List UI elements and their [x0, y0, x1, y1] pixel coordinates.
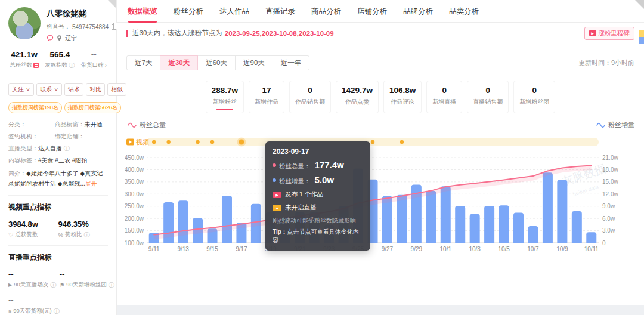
- metric-new-works[interactable]: 17新增作品: [249, 81, 284, 113]
- sidebar-collapse-icon[interactable]: [108, 0, 116, 8]
- fans-trend-chart: 粉丝总量 粉丝增量 450.0w21.0w400.0w18.0w350.0w15…: [117, 121, 644, 257]
- range-7d[interactable]: 近7天: [126, 55, 160, 70]
- metric-new-fans[interactable]: 288.7w新增粉丝: [206, 81, 244, 113]
- weekly-rank-badge[interactable]: 指数榜周榜第198名: [8, 102, 62, 113]
- tab-data-overview[interactable]: 数据概览: [128, 0, 157, 23]
- range-1y[interactable]: 近一年: [273, 55, 310, 70]
- svg-text:12.0w: 12.0w: [602, 191, 618, 197]
- info-icon[interactable]: ⓘ: [50, 282, 56, 288]
- live-sessions-stat: -- ▶90天直播场次ⓘ: [8, 270, 60, 289]
- flag-icon: ⚑: [60, 282, 65, 288]
- chevron-right-icon: ›: [105, 62, 107, 69]
- top-nav: 数据概览 粉丝分析 达人作品 直播记录 商品分析 店铺分析 品牌分析 品类分析: [117, 0, 644, 23]
- legend-fans-increment[interactable]: 粉丝增量: [596, 121, 634, 129]
- chart-canvas[interactable]: 450.0w21.0w400.0w18.0w350.0w15.0w300.0w1…: [125, 131, 633, 254]
- floating-widget[interactable]: [639, 30, 644, 44]
- shop-window-row: 商品橱窗：未开通: [55, 119, 108, 131]
- info-icon[interactable]: ⓘ: [69, 63, 75, 69]
- copy-icon[interactable]: [112, 24, 116, 30]
- info-icon[interactable]: ⓘ: [54, 308, 60, 314]
- daily-rank-badge[interactable]: 指数榜日榜第5626名: [64, 102, 121, 113]
- svg-text:6.0w: 6.0w: [602, 215, 615, 222]
- svg-text:400.0w: 400.0w: [125, 166, 144, 173]
- update-time: 更新时间：9小时前: [578, 58, 634, 67]
- date-range-tabs: 近7天 近30天 近60天 近90天 近一年: [126, 55, 309, 70]
- play-box-icon: ▶: [8, 282, 12, 288]
- info-icon[interactable]: ⓘ: [83, 232, 89, 238]
- tab-fan-analysis[interactable]: 粉丝分析: [174, 0, 203, 23]
- live-metrics-title: 直播重点指标: [8, 252, 108, 262]
- video-icon: ▶: [273, 192, 281, 198]
- range-60d[interactable]: 近60天: [197, 55, 236, 70]
- bio-expand-link[interactable]: 展开: [85, 180, 97, 187]
- svg-text:100.0w: 100.0w: [125, 240, 144, 246]
- like-fan-ratio-stat: 946.35% %赞粉比ⓘ: [58, 220, 109, 239]
- range-30d[interactable]: 近30天: [160, 55, 198, 70]
- svg-text:21.0w: 21.0w: [602, 155, 618, 161]
- svg-text:9.0w: 9.0w: [602, 203, 615, 209]
- growth-notice-bar: 近30天内，该达人涨粉节点为 2023-09-25,2023-10-08,202…: [117, 23, 644, 44]
- tooltip-tip: Tip：点击节点可查看具体变化内容: [273, 228, 363, 245]
- bio-row: 简介：◆姥姥今年八十多了 ◆真实记录姥姥的农村生活 ◆总能残...展开: [8, 168, 108, 189]
- info-icon[interactable]: ⓘ: [64, 145, 70, 152]
- creator-sidebar: 八零徐姥姥 抖音号：54974754884 辽宁 421.1w 总粉丝数 565…: [0, 0, 117, 315]
- creator-location: 辽宁: [65, 34, 77, 42]
- blue-dot-icon: [273, 178, 276, 182]
- tab-shop-analysis[interactable]: 店铺分析: [357, 0, 387, 23]
- contact-button[interactable]: 联系 ∨: [36, 83, 62, 96]
- svg-text:10/7: 10/7: [527, 246, 539, 252]
- total-fans-stat: 421.1w 总粉丝数: [10, 50, 39, 69]
- video-metrics-title: 视频重点指标: [8, 202, 108, 212]
- range-90d[interactable]: 近90天: [235, 55, 273, 70]
- huitun-index-stat: 565.4 灰豚指数ⓘ: [45, 50, 75, 69]
- metric-work-comments[interactable]: 106.8w作品评论: [383, 81, 422, 113]
- svg-text:10/1: 10/1: [440, 246, 452, 252]
- metric-new-lives[interactable]: 0新增直播: [426, 81, 462, 113]
- milestone-button[interactable]: ▶ 涨粉里程碑: [584, 27, 635, 40]
- new-fan-club-stat: -- ⚑90天新增粉丝团ⓘ: [60, 270, 114, 289]
- metric-new-fan-club[interactable]: 0新增粉丝团: [513, 81, 555, 113]
- svg-text:10/3: 10/3: [469, 246, 481, 252]
- tab-category-analysis[interactable]: 品类分析: [449, 0, 479, 23]
- tooltip-note: 剧烈波动可能受粉丝数隐藏影响: [273, 217, 363, 225]
- compare-button[interactable]: 对比: [86, 83, 105, 96]
- metric-work-likes[interactable]: 1429.7w作品点赞: [336, 81, 379, 113]
- script-button[interactable]: 话术: [64, 83, 83, 96]
- metric-work-sales[interactable]: 0作品销售额: [289, 81, 331, 113]
- yen-icon: ¥: [8, 308, 11, 314]
- window-corner-icon: [635, 0, 644, 9]
- tab-creator-works[interactable]: 达人作品: [219, 0, 249, 23]
- similar-button[interactable]: 相似: [107, 83, 126, 96]
- svg-text:0: 0: [602, 240, 606, 246]
- svg-text:350.0w: 350.0w: [125, 178, 144, 185]
- heart-icon: ♡: [8, 231, 14, 238]
- svg-text:10/5: 10/5: [498, 246, 510, 252]
- svg-text:150.0w: 150.0w: [125, 227, 144, 234]
- svg-text:huitun data: huitun data: [572, 184, 599, 197]
- sales-reputation-stat[interactable]: -- 带货口碑›: [81, 50, 107, 69]
- tab-product-analysis[interactable]: 商品分析: [311, 0, 341, 23]
- divider: [8, 195, 108, 196]
- info-icon[interactable]: ⓘ: [109, 282, 114, 288]
- metric-cards: 288.7w新增粉丝 17新增作品 0作品销售额 1429.7w作品点赞 106…: [117, 81, 644, 113]
- svg-text:450.0w: 450.0w: [125, 155, 144, 161]
- svg-text:9/13: 9/13: [177, 246, 189, 252]
- svg-text:9/11: 9/11: [148, 246, 160, 252]
- chat-bubble-icon[interactable]: [47, 35, 54, 42]
- location-pin-icon: [56, 35, 63, 42]
- follow-button[interactable]: 关注 ∨: [8, 83, 34, 96]
- svg-text:15.0w: 15.0w: [602, 178, 618, 185]
- svg-text:300.0w: 300.0w: [125, 191, 144, 197]
- svg-text:视频: 视频: [136, 138, 149, 146]
- creator-name: 八零徐姥姥: [47, 8, 116, 19]
- tab-brand-analysis[interactable]: 品牌分析: [403, 0, 433, 23]
- douyin-id-label: 抖音号：: [47, 23, 70, 31]
- svg-text:9/27: 9/27: [382, 246, 394, 252]
- live-type-row: 直播类型：达人自播 ⓘ: [8, 143, 108, 155]
- chart-tooltip: 2023-09-17 粉丝总量： 177.4w 粉丝增量： 5.0w ▶ 发布 …: [265, 141, 370, 251]
- legend-fans-total[interactable]: 粉丝总量: [128, 121, 166, 129]
- video-icon: ▶: [589, 30, 596, 36]
- tab-live-records[interactable]: 直播记录: [265, 0, 295, 23]
- svg-text:10/11: 10/11: [584, 246, 599, 252]
- metric-live-sales[interactable]: 0直播销售额: [467, 81, 509, 113]
